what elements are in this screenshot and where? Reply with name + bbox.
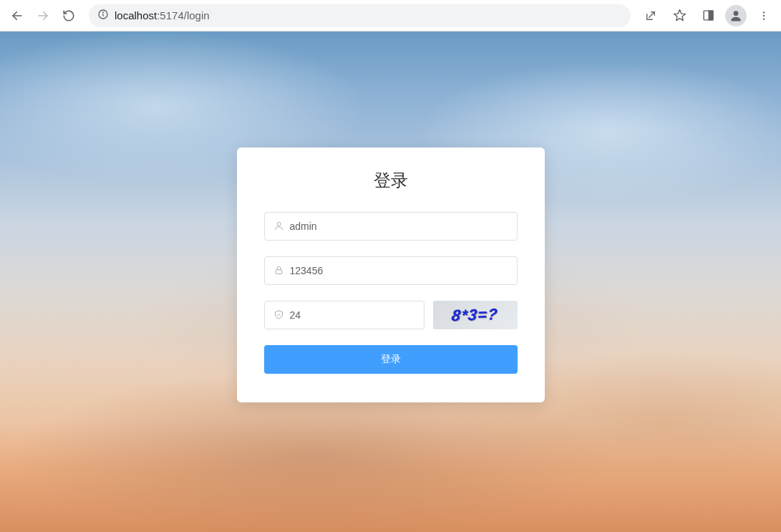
svg-point-8 bbox=[734, 11, 739, 16]
shield-check-icon bbox=[273, 309, 284, 320]
svg-point-9 bbox=[763, 11, 765, 13]
back-button[interactable] bbox=[6, 4, 29, 27]
svg-point-11 bbox=[763, 18, 765, 19]
login-title: 登录 bbox=[264, 169, 518, 192]
svg-rect-13 bbox=[276, 270, 282, 274]
profile-avatar[interactable] bbox=[725, 5, 747, 26]
login-card: 登录 bbox=[237, 147, 545, 402]
password-input[interactable] bbox=[290, 257, 508, 284]
username-input[interactable] bbox=[290, 213, 508, 240]
bookmark-star-icon[interactable] bbox=[668, 4, 691, 27]
reload-button[interactable] bbox=[57, 4, 80, 27]
captcha-row: 8*3=? bbox=[264, 301, 518, 329]
url-text: localhost:5174/login bbox=[115, 9, 210, 21]
share-icon[interactable] bbox=[639, 4, 662, 27]
username-input-wrapper[interactable] bbox=[264, 212, 518, 241]
svg-point-12 bbox=[277, 223, 281, 226]
captcha-text: 8*3=? bbox=[451, 304, 499, 324]
menu-dots-icon[interactable] bbox=[752, 4, 775, 27]
captcha-image[interactable]: 8*3=? bbox=[433, 301, 518, 329]
password-field-wrapper bbox=[264, 256, 518, 285]
login-page-background: 登录 bbox=[0, 32, 781, 532]
username-field-wrapper bbox=[264, 212, 518, 241]
lock-icon bbox=[273, 265, 284, 276]
svg-rect-7 bbox=[709, 11, 713, 20]
browser-toolbar: localhost:5174/login bbox=[0, 0, 781, 32]
svg-marker-5 bbox=[674, 10, 685, 21]
address-bar[interactable]: localhost:5174/login bbox=[89, 4, 631, 27]
info-icon bbox=[97, 9, 109, 22]
url-path: :5174/login bbox=[157, 9, 209, 21]
forward-button[interactable] bbox=[31, 4, 54, 27]
panel-icon[interactable] bbox=[697, 4, 719, 27]
user-icon bbox=[273, 221, 284, 231]
svg-point-10 bbox=[763, 14, 765, 16]
password-input-wrapper[interactable] bbox=[264, 256, 518, 285]
captcha-input[interactable] bbox=[290, 301, 415, 329]
toolbar-right bbox=[639, 4, 775, 27]
svg-point-4 bbox=[103, 12, 104, 13]
captcha-input-wrapper[interactable] bbox=[264, 301, 425, 329]
url-host: localhost bbox=[115, 9, 157, 21]
login-submit-button[interactable]: 登录 bbox=[264, 345, 518, 374]
